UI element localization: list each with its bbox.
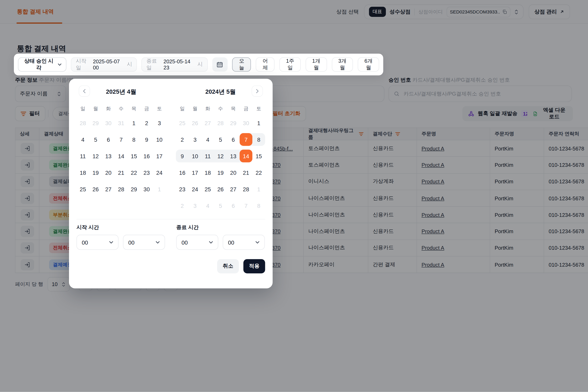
weekday-label: 일: [176, 105, 188, 112]
day-cell[interactable]: 11: [201, 148, 214, 164]
day-cell[interactable]: 15: [128, 148, 140, 164]
day-cell[interactable]: 26: [89, 181, 102, 197]
day-cell-selected[interactable]: 14: [240, 148, 252, 164]
day-cell[interactable]: 7: [240, 197, 252, 214]
day-cell[interactable]: 16: [140, 148, 153, 164]
calendar-right-title: 2024년 5월: [176, 87, 265, 98]
day-cell[interactable]: 29: [227, 115, 240, 131]
day-cell[interactable]: 15: [252, 148, 265, 164]
weekday-row: 일월화수목금토: [76, 105, 166, 112]
day-cell[interactable]: 29: [128, 181, 140, 197]
day-cell[interactable]: 31: [115, 115, 128, 131]
day-cell[interactable]: 20: [227, 164, 240, 181]
day-cell[interactable]: 4: [201, 131, 214, 148]
day-cell[interactable]: 8: [252, 197, 265, 214]
day-cell[interactable]: 23: [176, 181, 188, 197]
day-cell[interactable]: 27: [102, 181, 115, 197]
day-cell[interactable]: 4: [201, 197, 214, 214]
day-cell[interactable]: 29: [89, 115, 102, 131]
day-cell[interactable]: 19: [89, 164, 102, 181]
day-cell[interactable]: 6: [102, 131, 115, 148]
day-cell[interactable]: 17: [153, 148, 166, 164]
day-cell[interactable]: 13: [102, 148, 115, 164]
time-type-select[interactable]: 상태 승인 시각: [18, 57, 66, 72]
day-cell[interactable]: 21: [115, 164, 128, 181]
day-cell[interactable]: 25: [76, 181, 89, 197]
day-cell[interactable]: 4: [76, 131, 89, 148]
start-date-input[interactable]: 시작일 2025-05-07 00 시: [71, 57, 137, 72]
day-cell[interactable]: 6: [227, 197, 240, 214]
day-cell[interactable]: 10: [153, 131, 166, 148]
date-range-picker-modal: 2025년 4월 일월화수목금토 28293031123456789101112…: [69, 79, 272, 288]
day-cell[interactable]: 11: [76, 148, 89, 164]
chevron-down-icon: [58, 63, 62, 66]
end-minute-select[interactable]: 00: [223, 235, 265, 250]
end-hour-select[interactable]: 00: [176, 235, 218, 250]
day-cell[interactable]: 22: [128, 164, 140, 181]
day-cell[interactable]: 24: [153, 164, 166, 181]
day-cell[interactable]: 14: [115, 148, 128, 164]
calendar-icon-button[interactable]: [212, 57, 228, 72]
day-cell[interactable]: 2: [176, 131, 188, 148]
day-cell[interactable]: 1: [128, 115, 140, 131]
day-cell[interactable]: 24: [189, 181, 201, 197]
day-cell[interactable]: 1: [153, 181, 166, 197]
day-cell[interactable]: 30: [240, 115, 252, 131]
day-cell[interactable]: 6: [227, 131, 240, 148]
day-cell[interactable]: 27: [201, 115, 214, 131]
day-cell[interactable]: 8: [252, 131, 265, 148]
day-cell[interactable]: 18: [76, 164, 89, 181]
day-cell[interactable]: 5: [214, 131, 227, 148]
quick-range-어제[interactable]: 어제: [256, 57, 274, 72]
day-cell[interactable]: 25: [176, 115, 188, 131]
day-cell[interactable]: 1: [252, 115, 265, 131]
day-cell[interactable]: 13: [227, 148, 240, 164]
day-cell[interactable]: 17: [189, 164, 201, 181]
quick-range-1주일[interactable]: 1주일: [280, 57, 301, 72]
day-cell[interactable]: 23: [140, 164, 153, 181]
filter-bar: 상태 승인 시각 시작일 2025-05-07 00 시 종료일 2025-05…: [14, 54, 383, 76]
day-cell[interactable]: 26: [189, 115, 201, 131]
day-cell[interactable]: 19: [214, 164, 227, 181]
quick-range-6개월[interactable]: 6개월: [358, 57, 379, 72]
day-cell[interactable]: 30: [140, 181, 153, 197]
day-cell[interactable]: 27: [227, 181, 240, 197]
day-cell[interactable]: 2: [176, 197, 188, 214]
day-cell[interactable]: 9: [140, 131, 153, 148]
day-cell[interactable]: 22: [252, 164, 265, 181]
day-cell[interactable]: 9: [176, 148, 188, 164]
day-cell[interactable]: 18: [201, 164, 214, 181]
day-cell[interactable]: 10: [189, 148, 201, 164]
day-cell[interactable]: 2: [140, 115, 153, 131]
start-minute-select[interactable]: 00: [123, 235, 165, 250]
apply-button[interactable]: 적용: [243, 259, 265, 274]
day-cell[interactable]: 20: [102, 164, 115, 181]
day-cell[interactable]: 25: [201, 181, 214, 197]
quick-range-1개월[interactable]: 1개월: [306, 57, 327, 72]
quick-range-group: 오늘어제1주일1개월3개월6개월: [232, 57, 379, 72]
day-cell[interactable]: 5: [214, 197, 227, 214]
end-date-input[interactable]: 종료일 2025-05-14 23 시: [142, 57, 208, 72]
day-cell[interactable]: 28: [240, 181, 252, 197]
start-hour-select[interactable]: 00: [76, 235, 118, 250]
day-cell[interactable]: 16: [176, 164, 188, 181]
quick-range-3개월[interactable]: 3개월: [332, 57, 353, 72]
day-cell[interactable]: 5: [89, 131, 102, 148]
day-cell[interactable]: 3: [189, 131, 201, 148]
day-cell-selected[interactable]: 7: [240, 131, 252, 148]
day-cell[interactable]: 28: [76, 115, 89, 131]
day-cell[interactable]: 1: [252, 181, 265, 197]
day-cell[interactable]: 28: [115, 181, 128, 197]
day-cell[interactable]: 12: [214, 148, 227, 164]
day-cell[interactable]: 21: [240, 164, 252, 181]
day-cell[interactable]: 7: [115, 131, 128, 148]
cancel-button[interactable]: 취소: [217, 259, 239, 274]
day-cell[interactable]: 12: [89, 148, 102, 164]
day-cell[interactable]: 8: [128, 131, 140, 148]
quick-range-오늘[interactable]: 오늘: [232, 57, 251, 72]
day-cell[interactable]: 3: [153, 115, 166, 131]
day-cell[interactable]: 28: [214, 115, 227, 131]
day-cell[interactable]: 26: [214, 181, 227, 197]
day-cell[interactable]: 3: [189, 197, 201, 214]
day-cell[interactable]: 30: [102, 115, 115, 131]
